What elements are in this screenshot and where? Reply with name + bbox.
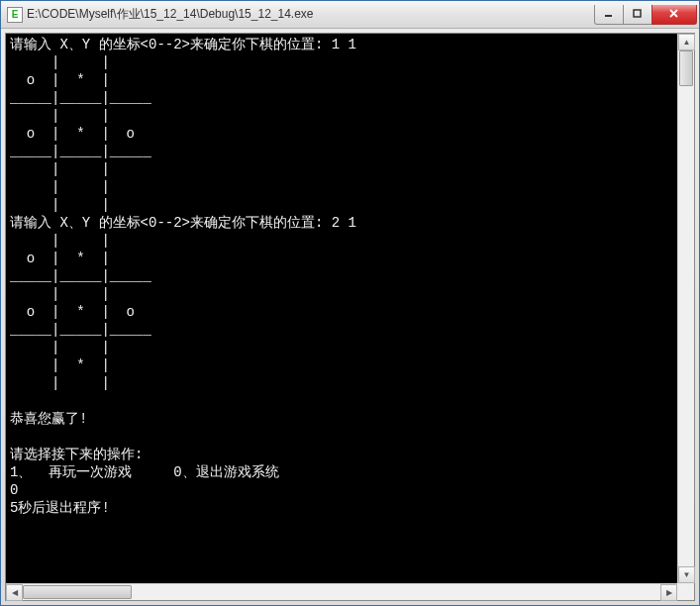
scroll-right-button[interactable]: ▶ bbox=[660, 584, 677, 601]
horizontal-scroll-track[interactable] bbox=[23, 584, 660, 600]
svg-rect-1 bbox=[634, 10, 641, 17]
scroll-up-button[interactable]: ▲ bbox=[678, 34, 695, 50]
console-output: 请输入 X、Y 的坐标<0--2>来确定你下棋的位置: 1 1 | | o | … bbox=[6, 34, 694, 600]
titlebar[interactable]: E E:\CODE\Myself\作业\15_12_14\Debug\15_12… bbox=[1, 1, 699, 29]
window-controls bbox=[595, 5, 697, 25]
maximize-button[interactable] bbox=[623, 5, 652, 25]
horizontal-scroll-thumb[interactable] bbox=[23, 585, 132, 599]
horizontal-scrollbar[interactable]: ◀ ▶ bbox=[6, 583, 677, 600]
close-icon bbox=[669, 9, 679, 19]
close-button[interactable] bbox=[651, 5, 697, 25]
minimize-icon bbox=[604, 9, 614, 19]
vertical-scroll-thumb[interactable] bbox=[679, 50, 693, 86]
minimize-button[interactable] bbox=[594, 5, 624, 25]
maximize-icon bbox=[633, 9, 643, 19]
vertical-scrollbar[interactable]: ▲ ▼ bbox=[677, 34, 694, 583]
console-window: E E:\CODE\Myself\作业\15_12_14\Debug\15_12… bbox=[0, 0, 700, 606]
scroll-corner bbox=[677, 583, 694, 600]
scroll-left-button[interactable]: ◀ bbox=[6, 584, 23, 601]
scroll-down-button[interactable]: ▼ bbox=[678, 566, 695, 583]
vertical-scroll-track[interactable] bbox=[678, 50, 694, 566]
window-title: E:\CODE\Myself\作业\15_12_14\Debug\15_12_1… bbox=[27, 6, 595, 23]
app-icon: E bbox=[7, 7, 23, 23]
client-area: 请输入 X、Y 的坐标<0--2>来确定你下棋的位置: 1 1 | | o | … bbox=[5, 33, 695, 601]
